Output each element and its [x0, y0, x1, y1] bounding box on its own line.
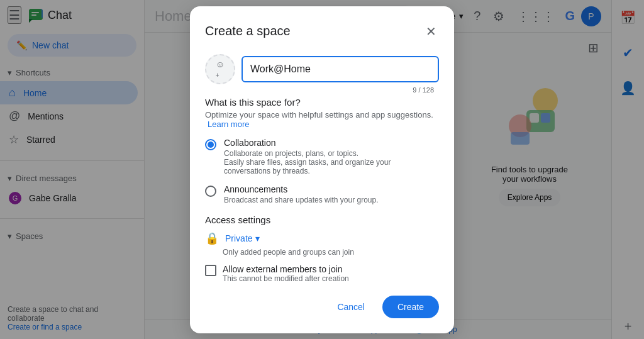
- space-avatar-row: ☺+ 9 / 128: [205, 54, 439, 84]
- purpose-subtitle-text: Optimize your space with helpful setting…: [205, 110, 433, 119]
- char-count: 9 / 128: [413, 86, 434, 94]
- space-name-wrapper: 9 / 128: [242, 56, 439, 82]
- space-avatar-button[interactable]: ☺+: [205, 54, 235, 84]
- space-name-input[interactable]: [242, 56, 439, 82]
- external-desc: This cannot be modified after creation: [223, 274, 349, 283]
- collaboration-label-group: Collaboration Collaborate on projects, p…: [224, 138, 439, 175]
- modal-header: Create a space ✕: [205, 21, 439, 42]
- external-members-label-group: Allow external members to join This cann…: [223, 264, 349, 283]
- access-title: Access settings: [205, 214, 439, 225]
- announcements-option[interactable]: Announcements Broadcast and share update…: [205, 184, 439, 204]
- lock-icon: 🔒: [205, 231, 219, 245]
- modal-footer: Cancel Create: [205, 296, 439, 318]
- modal-overlay: Create a space ✕ ☺+ 9 / 128 What is this…: [0, 0, 644, 339]
- access-type-dropdown[interactable]: Private ▾: [225, 233, 260, 243]
- create-button[interactable]: Create: [382, 296, 439, 318]
- learn-more-link[interactable]: Learn more: [208, 119, 249, 129]
- announcements-radio[interactable]: [205, 186, 216, 197]
- announcements-label-group: Announcements Broadcast and share update…: [224, 184, 439, 204]
- external-label: Allow external members to join: [223, 264, 349, 274]
- external-members-option[interactable]: Allow external members to join This cann…: [205, 264, 439, 283]
- access-description: Only added people and groups can join: [223, 248, 439, 257]
- access-settings-section: Access settings 🔒 Private ▾ Only added p…: [205, 214, 439, 283]
- space-purpose-section: What is this space for? Optimize your sp…: [205, 97, 439, 204]
- announcements-label: Announcements: [224, 184, 439, 194]
- modal-close-button[interactable]: ✕: [423, 21, 439, 42]
- collaboration-desc: Collaborate on projects, plans, or topic…: [224, 149, 439, 175]
- announcements-desc: Broadcast and share updates with your gr…: [224, 196, 439, 204]
- access-type-label: Private: [225, 233, 253, 243]
- purpose-subtitle: Optimize your space with helpful setting…: [205, 110, 439, 129]
- cancel-button[interactable]: Cancel: [327, 297, 375, 317]
- collaboration-option[interactable]: Collaboration Collaborate on projects, p…: [205, 138, 439, 175]
- access-chevron-icon: ▾: [255, 233, 260, 243]
- collaboration-radio[interactable]: [205, 139, 216, 150]
- external-members-checkbox[interactable]: [205, 265, 216, 276]
- modal-title: Create a space: [205, 24, 291, 38]
- purpose-title: What is this space for?: [205, 97, 439, 108]
- access-option: 🔒 Private ▾: [205, 231, 439, 245]
- create-space-modal: Create a space ✕ ☺+ 9 / 128 What is this…: [190, 6, 454, 333]
- collaboration-label: Collaboration: [224, 138, 439, 148]
- avatar-add-icon: ☺+: [216, 59, 225, 79]
